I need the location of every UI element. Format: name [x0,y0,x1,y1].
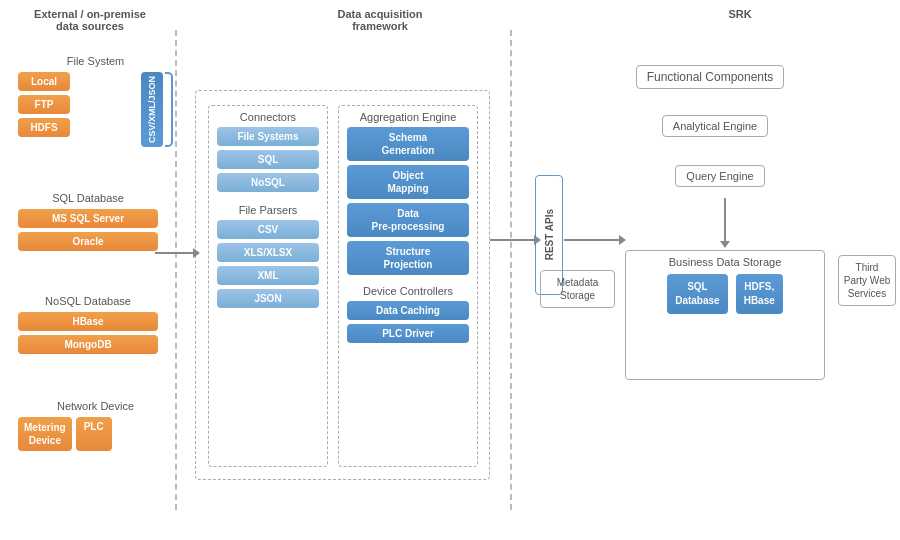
local-btn[interactable]: Local [18,72,70,91]
framework-to-rest-arrow [490,235,541,245]
hdfs-hbase-btn[interactable]: HDFS, HBase [736,274,783,314]
external-section-title: External / on-premise data sources [20,8,160,32]
xml-btn[interactable]: XML [217,266,319,285]
device-controllers-label: Device Controllers [339,275,477,301]
metering-btn[interactable]: Metering Device [18,417,72,451]
ftp-btn[interactable]: FTP [18,95,70,114]
file-systems-btn[interactable]: File Systems [217,127,319,146]
functional-components-label: Functional Components [590,65,830,89]
nosql-connector-btn[interactable]: NoSQL [217,173,319,192]
connectors-label: Connectors [209,106,327,127]
nosql-db-group: NoSQL Database HBase MongoDB [18,295,158,354]
sql-database-btn[interactable]: SQL Database [667,274,727,314]
aggregation-label: Aggregation Engine [339,106,477,127]
divider-2 [510,30,512,510]
business-storage-label: Business Data Storage [626,251,824,274]
srk-section-title: SRK [620,8,860,20]
external-to-framework-arrow [155,248,200,258]
query-engine-label: Query Engine [630,165,810,187]
sql-db-group: SQL Database MS SQL Server Oracle [18,192,158,251]
oracle-btn[interactable]: Oracle [18,232,158,251]
data-caching-btn[interactable]: Data Caching [347,301,469,320]
network-device-label: Network Device [18,400,173,412]
connectors-parsers-box: Connectors File Systems SQL NoSQL File P… [208,105,328,467]
sql-connector-btn[interactable]: SQL [217,150,319,169]
network-device-group: Network Device Metering Device PLC [18,400,173,451]
aggregation-device-box: Aggregation Engine Schema Generation Obj… [338,105,478,467]
divider-1 [175,30,177,510]
mongodb-btn[interactable]: MongoDB [18,335,158,354]
structure-projection-btn[interactable]: Structure Projection [347,241,469,275]
third-party-box: Third Party Web Services [838,255,896,306]
plc-small-btn[interactable]: PLC [76,417,112,451]
data-preprocessing-btn[interactable]: Data Pre-processing [347,203,469,237]
file-system-brace [165,72,173,147]
diagram-container: External / on-premise data sources Data … [0,0,900,540]
file-system-group: File System Local FTP HDFS CSV/XML/JSON [18,55,173,151]
metadata-storage-box: Metadata Storage [540,270,615,308]
hbase-btn[interactable]: HBase [18,312,158,331]
hdfs-left-btn[interactable]: HDFS [18,118,70,137]
plc-driver-btn[interactable]: PLC Driver [347,324,469,343]
business-storage-box: Business Data Storage SQL Database HDFS,… [625,250,825,380]
ms-sql-btn[interactable]: MS SQL Server [18,209,158,228]
schema-gen-btn[interactable]: Schema Generation [347,127,469,161]
json-btn[interactable]: JSON [217,289,319,308]
analytical-engine-label: Analytical Engine [610,115,820,137]
file-parsers-label: File Parsers [209,192,327,220]
sql-db-label: SQL Database [18,192,158,204]
file-system-label: File System [18,55,173,67]
query-to-storage-arrow [720,198,730,248]
rest-to-storage-arrow [564,235,626,245]
csv-btn[interactable]: CSV [217,220,319,239]
xls-btn[interactable]: XLS/XLSX [217,243,319,262]
framework-section-title: Data acquisition framework [280,8,480,32]
nosql-db-label: NoSQL Database [18,295,158,307]
object-mapping-btn[interactable]: Object Mapping [347,165,469,199]
csv-xml-json-label: CSV/XML/JSON [141,72,163,147]
